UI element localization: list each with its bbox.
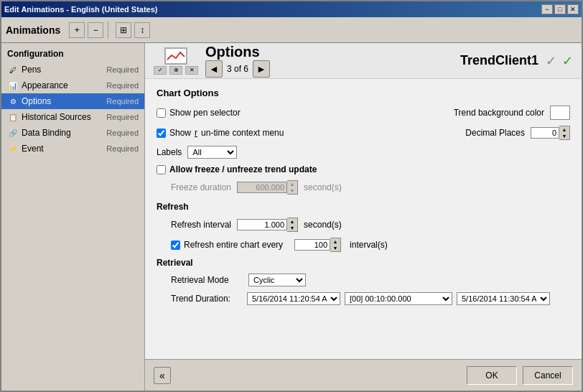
sidebar-label-event: Event: [22, 144, 44, 154]
minimize-button[interactable]: −: [541, 4, 553, 14]
prev-page-button[interactable]: ◄: [205, 60, 223, 78]
decimal-places-spinner: ▲ ▼: [531, 126, 570, 140]
show-runtime-menu-label[interactable]: Show run-time context menu: [169, 128, 284, 138]
sidebar-item-pens[interactable]: 🖊 Pens Required: [1, 62, 144, 78]
status-icon-check: ✓: [154, 66, 167, 75]
sidebar-label-options: Options: [22, 96, 51, 106]
status-icon-x: ✕: [185, 66, 198, 75]
sidebar-item-appearance[interactable]: 📊 Appearance Required: [1, 78, 144, 93]
toolbar-icon-1[interactable]: ⊞: [116, 22, 131, 38]
freeze-duration-spinner: ▲ ▼: [237, 180, 298, 195]
decimal-down-button[interactable]: ▼: [559, 133, 569, 139]
freeze-duration-label: Freeze duration: [171, 182, 231, 192]
pens-required: Required: [106, 65, 139, 74]
cancel-button[interactable]: Cancel: [523, 366, 573, 385]
confirm-icon[interactable]: ✓: [562, 53, 573, 69]
refresh-count-input[interactable]: [294, 239, 330, 251]
allow-freeze-checkbox[interactable]: [157, 165, 166, 174]
options-title-area: Options ◄ 3 of 6 ►: [205, 44, 270, 78]
trend-duration-row: Trend Duration: 5/16/2014 11:20:54 AM [0…: [157, 292, 570, 305]
decimal-up-button[interactable]: ▲: [559, 126, 569, 133]
trend-start-time-select[interactable]: 5/16/2014 11:20:54 AM: [247, 292, 340, 305]
allow-freeze-label[interactable]: Allow freeze / unfreeze trend update: [169, 164, 317, 174]
refresh-count-down-button[interactable]: ▼: [330, 245, 340, 251]
toolbar-icon-2[interactable]: ↕: [134, 22, 150, 38]
refresh-spinner-buttons: ▲ ▼: [287, 218, 298, 232]
decimal-places-area: Decimal Places ▲ ▼: [465, 126, 570, 140]
allow-freeze-row: Allow freeze / unfreeze trend update: [157, 164, 570, 174]
trend-bg-color-box[interactable]: [550, 106, 570, 120]
show-runtime-menu-checkbox[interactable]: [157, 129, 166, 138]
trend-duration-select[interactable]: [00] 00:10:00.000: [345, 292, 452, 305]
sidebar-section-title: Configuration: [1, 46, 144, 62]
header-action-icons: ✓ ✓: [546, 53, 573, 69]
options-header: ✓ ⊕ ✕ Options ◄ 3 of 6 ►: [145, 43, 582, 79]
pens-icon: 🖊: [7, 64, 19, 75]
labels-select[interactable]: All None Selected: [187, 146, 237, 159]
refresh-interval-spinner: ▲ ▼: [237, 218, 298, 232]
sidebar-item-options[interactable]: ⚙ Options Required: [1, 93, 144, 109]
toolbar-row: Animations + − ⊞ ↕: [1, 17, 582, 43]
content-area: Configuration 🖊 Pens Required 📊 Appearan…: [1, 43, 582, 391]
remove-button[interactable]: −: [88, 22, 103, 38]
sidebar-item-pens-left: 🖊 Pens: [7, 64, 41, 75]
trend-end-time-select[interactable]: 5/16/2014 11:30:54 AM: [457, 292, 550, 305]
toolbar-icons-2: ⊞ ↕: [116, 22, 150, 38]
toolbar-divider: [108, 22, 108, 39]
toolbar-icons: + −: [69, 22, 103, 38]
refresh-count-up-button[interactable]: ▲: [330, 238, 340, 245]
refresh-count-spinner: ▲ ▼: [294, 238, 341, 252]
databinding-required: Required: [106, 129, 139, 137]
ok-button[interactable]: OK: [467, 366, 517, 385]
options-header-left: ✓ ⊕ ✕ Options ◄ 3 of 6 ►: [154, 44, 270, 78]
options-page-title: Options: [205, 44, 270, 60]
bottom-left: «: [154, 367, 171, 384]
freeze-up-button: ▲: [287, 181, 297, 187]
next-page-button[interactable]: ►: [253, 60, 270, 78]
databinding-icon: 🔗: [7, 127, 19, 139]
add-button[interactable]: +: [69, 22, 85, 38]
refresh-entire-area: Refresh entire chart every: [171, 240, 283, 250]
event-required: Required: [106, 144, 139, 153]
trend-bg-color-area: Trend background color: [454, 106, 570, 120]
appearance-required: Required: [106, 81, 139, 90]
freeze-spinner-buttons: ▲ ▼: [287, 180, 298, 195]
title-bar-buttons: − □ ✕: [541, 4, 579, 14]
sidebar-item-databinding-left: 🔗 Data Binding: [7, 127, 71, 139]
show-pen-selector-row: Show pen selector Trend background color: [157, 106, 570, 120]
refresh-interval-row: Refresh interval ▲ ▼ second(s): [157, 218, 570, 232]
refresh-interval-input[interactable]: [237, 219, 287, 230]
close-button[interactable]: ✕: [567, 4, 579, 14]
sidebar-label-appearance: Appearance: [22, 80, 68, 90]
maximize-button[interactable]: □: [554, 4, 566, 14]
sidebar-item-event[interactable]: ⚡ Event Required: [1, 141, 144, 157]
discard-icon[interactable]: ✓: [546, 53, 556, 69]
show-pen-selector-label[interactable]: Show pen selector: [169, 108, 241, 118]
refresh-count-buttons: ▲ ▼: [330, 238, 341, 252]
refresh-entire-checkbox[interactable]: [171, 241, 180, 250]
show-pen-selector-checkbox[interactable]: [157, 108, 166, 118]
refresh-down-button[interactable]: ▼: [287, 225, 297, 231]
options-icon: ⚙: [7, 95, 19, 107]
chart-options-title: Chart Options: [157, 88, 570, 98]
refresh-entire-label[interactable]: Refresh entire chart every: [184, 240, 283, 250]
refresh-up-button[interactable]: ▲: [287, 218, 297, 225]
retrieval-mode-select[interactable]: Cyclic On Demand: [248, 274, 306, 286]
sidebar-item-historical[interactable]: 📋 Historical Sources Required: [1, 109, 144, 125]
event-icon: ⚡: [7, 143, 19, 154]
sidebar-label-historical: Historical Sources: [22, 112, 91, 122]
sidebar-item-historical-left: 📋 Historical Sources: [7, 111, 91, 123]
freeze-duration-unit: second(s): [304, 182, 342, 192]
decimal-places-input[interactable]: [531, 127, 559, 139]
bottom-back-button[interactable]: «: [154, 367, 171, 384]
refresh-entire-chart-row: Refresh entire chart every ▲ ▼ interval(…: [157, 238, 570, 252]
refresh-count-unit: interval(s): [350, 240, 388, 250]
retrieval-mode-row: Retrieval Mode Cyclic On Demand: [157, 274, 570, 286]
historical-required: Required: [106, 113, 139, 121]
animations-label: Animations: [6, 24, 60, 36]
sidebar-item-options-left: ⚙ Options: [7, 95, 51, 107]
sidebar-item-databinding[interactable]: 🔗 Data Binding Required: [1, 125, 144, 141]
trend-bg-color-label: Trend background color: [454, 108, 544, 118]
refresh-interval-unit: second(s): [304, 220, 342, 230]
freeze-duration-row: Freeze duration ▲ ▼ second(s): [171, 180, 570, 195]
